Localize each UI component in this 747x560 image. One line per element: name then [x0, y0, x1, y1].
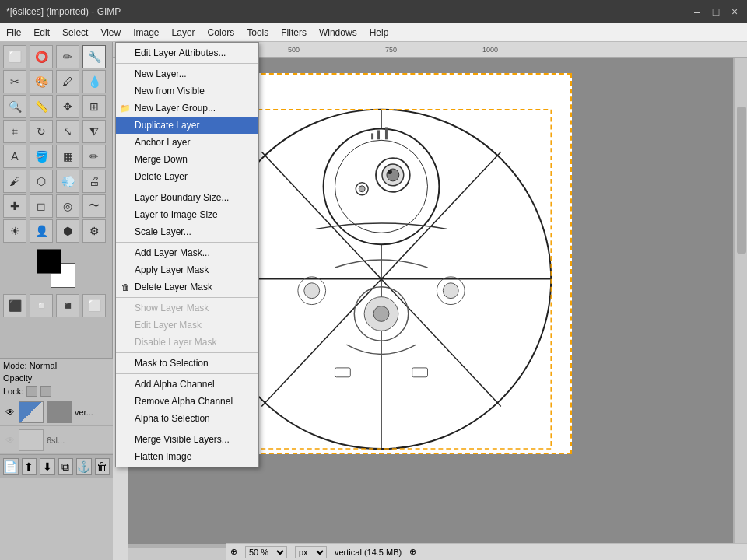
tool-move[interactable]: ✥	[56, 95, 79, 118]
menu-apply-layer-mask[interactable]: Apply Layer Mask	[116, 261, 258, 278]
tool-path[interactable]: 🖊	[56, 70, 79, 93]
anchor-layer-btn[interactable]: ⚓	[76, 458, 92, 475]
tool-add-user[interactable]: 👤	[30, 219, 53, 243]
menu-merge-visible-layers[interactable]: Merge Visible Layers...	[116, 431, 258, 448]
tool-smudge[interactable]: 〜	[82, 194, 106, 218]
tool-text[interactable]: A	[3, 145, 26, 168]
tool-fuzzy-select[interactable]: 🔧	[82, 45, 106, 68]
menu-merge-down[interactable]: Merge Down	[116, 151, 258, 168]
tool-clone[interactable]: 🖨	[82, 170, 106, 193]
status-info: vertical (14.5 MB)	[335, 548, 402, 557]
menu-help[interactable]: Help	[363, 25, 395, 40]
scroll-thumb-v[interactable]	[737, 107, 746, 254]
tool-zoom[interactable]: 🔍	[3, 95, 26, 118]
lock-icon-1[interactable]	[26, 386, 37, 397]
svg-rect-15	[371, 133, 374, 139]
menu-delete-layer-mask[interactable]: 🗑 Delete Layer Mask	[116, 278, 258, 296]
tool-ellipse-select[interactable]: ⭕	[30, 45, 53, 68]
menu-windows[interactable]: Windows	[313, 25, 363, 40]
duplicate-icon	[119, 119, 132, 131]
tool-misc3[interactable]: ◾	[56, 294, 79, 317]
delete-layer-btn[interactable]: 🗑	[95, 458, 110, 475]
menu-edit[interactable]: Edit	[27, 25, 56, 40]
tool-misc2[interactable]: ◽	[30, 294, 53, 317]
tool-heal[interactable]: ✚	[3, 194, 26, 218]
menu-tools[interactable]: Tools	[240, 25, 275, 40]
menu-delete-layer[interactable]: Delete Layer	[116, 168, 258, 185]
menu-new-layer-group[interactable]: 📁 New Layer Group...	[116, 100, 258, 117]
tool-perspective-clone[interactable]: ◻	[30, 194, 53, 218]
disable-mask-icon	[119, 336, 132, 348]
menu-remove-alpha-channel[interactable]: Remove Alpha Channel	[116, 393, 258, 410]
svg-rect-14	[385, 127, 388, 139]
tool-dodge[interactable]: ☀	[3, 219, 26, 243]
tool-shear[interactable]: ⧨	[82, 120, 106, 143]
new-layer-btn[interactable]: 📄	[3, 458, 19, 475]
close-button[interactable]: ×	[728, 5, 741, 18]
tool-align[interactable]: ⊞	[82, 95, 106, 118]
menu-edit-layer-attrs[interactable]: Edit Layer Attributes...	[116, 44, 258, 61]
extra-tools: ⬛ ◽ ◾ ⬜	[0, 291, 112, 320]
menu-anchor-layer[interactable]: Anchor Layer	[116, 134, 258, 151]
menu-new-from-visible[interactable]: New from Visible	[116, 82, 258, 100]
menu-scale-layer[interactable]: Scale Layer...	[116, 223, 258, 240]
tool-blur[interactable]: ◎	[56, 194, 79, 218]
tool-extra2[interactable]: ⚙	[82, 219, 106, 243]
menu-add-alpha-channel[interactable]: Add Alpha Channel	[116, 376, 258, 393]
menu-image[interactable]: Image	[127, 25, 165, 40]
lock-icon-2[interactable]	[40, 386, 51, 397]
menu-select[interactable]: Select	[56, 25, 94, 40]
menu-add-layer-mask[interactable]: Add Layer Mask...	[116, 244, 258, 261]
duplicate-layer-btn[interactable]: ⧉	[58, 458, 74, 475]
foreground-color[interactable]	[37, 249, 61, 274]
menu-new-layer[interactable]: New Layer...	[116, 65, 258, 82]
svg-point-20	[304, 283, 320, 299]
layer-row-0[interactable]: 👁 ver...	[0, 398, 113, 426]
color-boxes[interactable]	[37, 249, 75, 288]
tool-color-picker[interactable]: 💧	[82, 70, 106, 93]
tool-scale[interactable]: ⤡	[56, 120, 79, 143]
menu-view[interactable]: View	[94, 25, 127, 40]
tool-airbrush[interactable]: 💨	[56, 170, 79, 193]
menu-alpha-to-selection[interactable]: Alpha to Selection	[116, 410, 258, 427]
separator-6	[116, 373, 258, 374]
tool-paintbucket[interactable]: 🪣	[30, 145, 53, 168]
menu-flatten-image[interactable]: Flatten Image	[116, 448, 258, 465]
tool-extra1[interactable]: ⬢	[56, 219, 79, 243]
menu-layer-boundary-size[interactable]: Layer Boundary Size...	[116, 189, 258, 206]
menu-file[interactable]: File	[0, 25, 27, 40]
layer-eye-0[interactable]: 👁	[3, 405, 17, 419]
tool-eraser[interactable]: ⬡	[30, 170, 53, 193]
lower-layer-btn[interactable]: ⬇	[40, 458, 55, 475]
tool-foreground-select[interactable]: 🎨	[30, 70, 53, 93]
svg-point-10	[388, 170, 392, 174]
menu-colors[interactable]: Colors	[202, 25, 241, 40]
tool-misc1[interactable]: ⬛	[3, 294, 26, 317]
tool-rect-select[interactable]: ⬜	[3, 45, 26, 68]
minimize-button[interactable]: –	[691, 5, 703, 18]
tool-pencil[interactable]: ✏	[82, 145, 106, 168]
tool-crop[interactable]: ⌗	[3, 120, 26, 143]
tool-scissors[interactable]: ✂	[3, 70, 26, 93]
tool-blend[interactable]: ▦	[56, 145, 79, 168]
menu-filters[interactable]: Filters	[275, 25, 313, 40]
zoom-select[interactable]: 50 % 25 % 100 %	[245, 546, 287, 558]
tool-measure[interactable]: 📏	[30, 95, 53, 118]
unit-select[interactable]: px mm	[295, 546, 327, 558]
tool-misc4[interactable]: ⬜	[82, 294, 106, 317]
menu-layer-to-image-size[interactable]: Layer to Image Size	[116, 206, 258, 223]
layer-mask-thumb-0	[47, 401, 72, 423]
menu-duplicate-layer[interactable]: Duplicate Layer	[116, 117, 258, 134]
raise-layer-btn[interactable]: ⬆	[22, 458, 37, 475]
tool-rotate[interactable]: ↻	[30, 120, 53, 143]
tools-grid: ⬜ ⭕ ✏ 🔧 ✂ 🎨 🖊 💧 🔍 📏 ✥ ⊞ ⌗ ↻ ⤡ ⧨ A 🪣 ▦ ✏ …	[0, 42, 112, 246]
maximize-button[interactable]: □	[710, 5, 722, 18]
tool-paintbrush[interactable]: 🖌	[3, 170, 26, 193]
layer-row-1[interactable]: 👁 6sl...	[0, 426, 113, 454]
menu-mask-to-selection[interactable]: Mask to Selection	[116, 355, 258, 372]
menu-layer[interactable]: Layer	[166, 25, 202, 40]
titlebar-title: *[6slices] (imported) - GIMP	[6, 6, 121, 17]
layer-eye-1[interactable]: 👁	[3, 433, 17, 447]
scrollbar-vertical[interactable]	[735, 58, 747, 548]
tool-free-select[interactable]: ✏	[56, 45, 79, 68]
